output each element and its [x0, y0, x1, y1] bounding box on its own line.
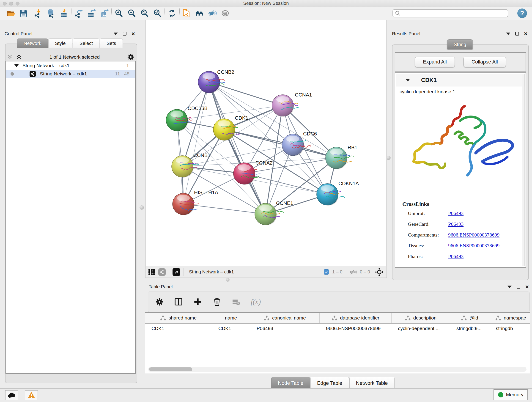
table-row[interactable]: CDK1CDK1P064939606.ENSP00000378699cyclin… [145, 324, 530, 333]
zoom-fit-button[interactable] [140, 9, 149, 18]
node-HIST1H1A[interactable]: HIST1H1A [172, 190, 218, 215]
help-button[interactable]: ? [517, 8, 527, 18]
tab-node-table[interactable]: Node Table [271, 377, 310, 390]
tab-style[interactable]: Style [48, 38, 72, 48]
zoom-selected-button[interactable] [153, 9, 162, 18]
node-RB1[interactable]: RB1 [326, 145, 357, 169]
delete-table-icon[interactable] [232, 298, 240, 306]
crosslink-link[interactable]: P06493 [448, 221, 463, 227]
panel-menu-icon[interactable] [114, 32, 118, 35]
column-header-database-identifier[interactable]: database identifier [320, 313, 392, 323]
panel-menu-icon[interactable] [506, 32, 510, 35]
expand-all-networks-icon[interactable] [16, 54, 22, 60]
hidden-items-eye-slash-icon[interactable] [349, 269, 357, 275]
node-CCNA1[interactable]: CCNA1 [272, 92, 312, 117]
tab-network-table[interactable]: Network Table [349, 377, 394, 390]
selected-items-checkbox-icon[interactable] [324, 269, 329, 274]
gene-entry-header[interactable]: CDK1 [396, 74, 525, 86]
edge-CDK1-RB1[interactable] [224, 129, 336, 158]
network-row[interactable]: String Network – cdk1 11 48 [6, 70, 135, 78]
collapse-all-networks-icon[interactable] [7, 54, 13, 60]
import-table-file-button[interactable] [60, 9, 68, 18]
table-cell[interactable]: cyclin-dependent ... [392, 324, 450, 333]
crosslink-link[interactable]: P06493 [448, 254, 463, 259]
crosslink-link[interactable]: 9606.ENSP00000378699 [448, 243, 500, 249]
tab-select[interactable]: Select [73, 38, 99, 48]
network-collection-row[interactable]: String Network – cdk1 1 [6, 61, 135, 70]
add-column-plus-icon[interactable] [193, 298, 202, 306]
hide-selected-button[interactable] [208, 9, 217, 18]
open-in-new-view-icon[interactable] [172, 268, 180, 276]
function-builder-icon[interactable]: f(x) [251, 298, 261, 306]
tab-string[interactable]: String [447, 39, 473, 50]
network-view-canvas[interactable]: CCNB2CCNA1CDC25BCDK1CDC6RB1CCNB1CCNA2CDK… [145, 20, 387, 266]
minimize-window-button[interactable] [9, 2, 13, 6]
show-columns-icon[interactable] [174, 298, 183, 306]
table-settings-gear-icon[interactable] [155, 298, 164, 306]
float-panel-icon[interactable] [123, 32, 127, 36]
close-panel-icon[interactable]: × [525, 284, 529, 290]
float-panel-icon[interactable] [515, 32, 519, 36]
tab-edge-table[interactable]: Edge Table [310, 377, 349, 390]
show-all-button[interactable] [221, 9, 230, 18]
node-CDKN1A[interactable]: CDKN1A [317, 181, 359, 206]
network-share-view-icon[interactable] [158, 268, 166, 276]
table-horizontal-scrollbar[interactable] [148, 367, 526, 372]
results-scrollbar[interactable] [522, 75, 524, 266]
expand-all-button[interactable]: Expand All [415, 57, 455, 67]
close-window-button[interactable] [3, 2, 7, 6]
import-network-file-button[interactable] [34, 9, 43, 18]
left-splitter-handle[interactable] [139, 205, 144, 210]
column-header-name[interactable]: name [212, 313, 250, 323]
column-header-description[interactable]: description [392, 313, 450, 323]
homes-button[interactable] [195, 9, 204, 18]
node-CCNB2[interactable]: CCNB2 [198, 69, 234, 93]
edge-HIST1H1A-CCNE1[interactable] [183, 204, 266, 214]
scrollbar-thumb[interactable] [149, 367, 192, 371]
table-cell[interactable]: CDK1 [145, 324, 212, 333]
memory-button[interactable]: Memory [494, 389, 528, 400]
table-cell[interactable]: CDK1 [212, 324, 250, 333]
panel-menu-icon[interactable] [507, 286, 512, 288]
network-graph[interactable]: CCNB2CCNA1CDC25BCDK1CDC6RB1CCNB1CCNA2CDK… [146, 20, 386, 266]
import-network-database-button[interactable] [47, 9, 56, 18]
export-image-button[interactable] [100, 9, 109, 18]
column-header-namespac[interactable]: namespac [489, 313, 532, 323]
search-input[interactable] [401, 11, 506, 16]
column-header--id[interactable]: @id [450, 313, 489, 323]
table-cell[interactable]: stringdb [489, 324, 532, 333]
collapse-all-button[interactable]: Collapse All [463, 57, 506, 67]
close-panel-icon[interactable]: × [524, 31, 527, 37]
crosslink-link[interactable]: 9606.ENSP00000378699 [448, 232, 500, 238]
network-options-gear-icon[interactable] [127, 53, 134, 61]
warnings-button[interactable] [25, 390, 38, 400]
share-page-button[interactable] [182, 9, 191, 18]
save-session-button[interactable] [19, 9, 28, 18]
delete-column-trash-icon[interactable] [213, 298, 221, 306]
column-header-shared-name[interactable]: shared name [145, 313, 212, 323]
table-cell[interactable]: 9606.ENSP00000378699 [320, 324, 392, 333]
tab-network[interactable]: Network [17, 38, 48, 48]
column-header-canonical-name[interactable]: canonical name [250, 313, 320, 323]
zoom-in-button[interactable] [114, 9, 123, 18]
open-session-button[interactable] [6, 9, 15, 18]
maximize-window-button[interactable] [16, 2, 19, 6]
float-panel-icon[interactable] [517, 285, 520, 288]
refresh-view-button[interactable] [168, 9, 177, 18]
window-controls[interactable] [3, 0, 19, 7]
table-cell[interactable]: P06493 [250, 324, 320, 333]
zoom-out-button[interactable] [127, 9, 136, 18]
collection-expand-triangle[interactable] [14, 64, 19, 67]
grid-view-icon[interactable] [148, 269, 155, 275]
edge-CCNB2-CCNA1[interactable] [209, 82, 283, 105]
birds-eye-crosshair-icon[interactable] [375, 268, 384, 277]
close-panel-icon[interactable]: × [132, 31, 135, 37]
entry-expand-triangle[interactable] [405, 79, 410, 82]
table-cell[interactable]: stringdb:9... [450, 324, 489, 333]
export-network-button[interactable] [74, 9, 83, 18]
edge-CCNB2-HIST1H1A[interactable] [183, 82, 209, 204]
node-CDK1[interactable]: CDK1 [213, 115, 248, 141]
node-CDC6[interactable]: CDC6 [282, 131, 317, 156]
tab-sets[interactable]: Sets [100, 38, 123, 48]
export-table-button[interactable] [87, 9, 96, 18]
